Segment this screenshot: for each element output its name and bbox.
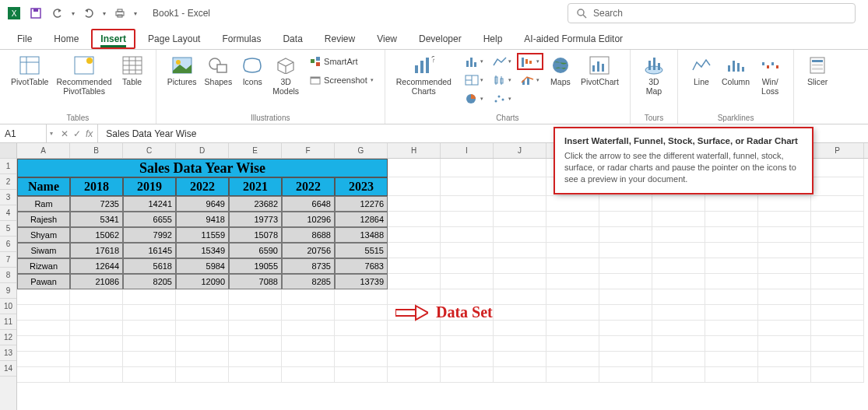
data-cell[interactable]: 9418 — [176, 212, 229, 227]
cell[interactable] — [494, 177, 546, 196]
undo-icon[interactable] — [48, 4, 67, 23]
data-cell[interactable]: 12090 — [176, 274, 229, 289]
cell[interactable] — [441, 196, 494, 212]
cell[interactable] — [546, 227, 599, 243]
cell[interactable] — [599, 336, 652, 352]
spark-column-button[interactable]: Column — [719, 53, 753, 97]
redo-icon[interactable] — [79, 4, 98, 23]
cell[interactable] — [705, 352, 758, 367]
cell[interactable] — [70, 321, 123, 336]
col-header[interactable]: A — [17, 143, 70, 158]
cell[interactable] — [705, 305, 758, 321]
cell[interactable] — [388, 336, 441, 352]
cell[interactable] — [652, 367, 705, 383]
cell[interactable] — [811, 274, 864, 289]
cell[interactable] — [70, 336, 123, 352]
cell[interactable] — [441, 352, 494, 367]
data-cell[interactable]: 7683 — [335, 258, 388, 274]
data-cell[interactable]: Rajesh — [17, 212, 70, 227]
cell[interactable] — [176, 305, 229, 321]
data-header-cell[interactable]: 2019 — [123, 177, 176, 196]
save-icon[interactable] — [26, 4, 45, 23]
data-cell[interactable]: 8735 — [282, 258, 335, 274]
cell[interactable] — [123, 367, 176, 383]
cell[interactable] — [599, 305, 652, 321]
cell[interactable] — [546, 212, 599, 227]
row-header[interactable]: 5 — [0, 221, 16, 237]
cell[interactable] — [176, 352, 229, 367]
cell[interactable] — [599, 212, 652, 227]
data-title-cell[interactable]: Sales Data Year Wise — [17, 159, 388, 177]
tab-formulas[interactable]: Formulas — [213, 29, 270, 49]
data-cell[interactable]: 20756 — [282, 243, 335, 258]
cell[interactable] — [758, 336, 811, 352]
cell[interactable] — [335, 367, 388, 383]
data-cell[interactable]: 23682 — [229, 196, 282, 212]
cell[interactable] — [758, 289, 811, 305]
col-header[interactable]: H — [388, 143, 441, 158]
data-cell[interactable]: 9649 — [176, 196, 229, 212]
cell[interactable] — [494, 258, 546, 274]
line-chart-icon[interactable]: ▾ — [489, 53, 515, 70]
cell[interactable] — [546, 274, 599, 289]
cell[interactable] — [546, 321, 599, 336]
cell[interactable] — [758, 352, 811, 367]
cell[interactable] — [123, 352, 176, 367]
cell[interactable] — [17, 336, 70, 352]
data-cell[interactable]: 5341 — [70, 212, 123, 227]
data-cell[interactable]: Ram — [17, 196, 70, 212]
cell[interactable] — [282, 367, 335, 383]
cell[interactable] — [282, 352, 335, 367]
row-header[interactable]: 3 — [0, 190, 16, 205]
cell[interactable] — [758, 258, 811, 274]
cell[interactable] — [811, 305, 864, 321]
data-cell[interactable]: 11559 — [176, 227, 229, 243]
cell[interactable] — [441, 367, 494, 383]
spark-line-button[interactable]: Line — [686, 53, 717, 97]
cell[interactable] — [229, 336, 282, 352]
col-header[interactable]: G — [335, 143, 388, 158]
select-all-corner[interactable] — [0, 143, 16, 159]
cell[interactable] — [811, 177, 864, 196]
col-header[interactable]: C — [123, 143, 176, 158]
cell[interactable] — [811, 258, 864, 274]
cell[interactable] — [599, 274, 652, 289]
col-header[interactable]: I — [441, 143, 494, 158]
cell[interactable] — [123, 305, 176, 321]
cell[interactable] — [599, 367, 652, 383]
data-cell[interactable]: 15062 — [70, 227, 123, 243]
tab-home[interactable]: Home — [44, 29, 88, 49]
col-header[interactable]: F — [282, 143, 335, 158]
fx-icon[interactable]: fx — [86, 128, 93, 139]
cell[interactable] — [652, 274, 705, 289]
cell[interactable] — [70, 305, 123, 321]
cell[interactable] — [652, 196, 705, 212]
search-box[interactable]: Search — [568, 3, 856, 23]
row-header[interactable]: 4 — [0, 205, 16, 221]
cell[interactable] — [546, 196, 599, 212]
cell[interactable] — [335, 289, 388, 305]
cell[interactable] — [652, 258, 705, 274]
cell[interactable] — [494, 367, 546, 383]
redo-dropdown[interactable]: ▾ — [101, 10, 107, 17]
cell[interactable] — [758, 227, 811, 243]
data-cell[interactable]: 12276 — [335, 196, 388, 212]
namebox-dropdown[interactable]: ▾ — [47, 130, 56, 137]
cell[interactable] — [494, 212, 546, 227]
tab-insert[interactable]: Insert — [91, 29, 135, 49]
rec-pivot-button[interactable]: Recommended PivotTables — [53, 53, 114, 97]
cell[interactable] — [494, 196, 546, 212]
cell[interactable] — [705, 321, 758, 336]
tab-review[interactable]: Review — [315, 29, 364, 49]
cell[interactable] — [652, 243, 705, 258]
cell[interactable] — [388, 367, 441, 383]
col-header[interactable]: D — [176, 143, 229, 158]
print-icon[interactable] — [111, 4, 129, 23]
row-header[interactable]: 11 — [0, 314, 16, 330]
cell[interactable] — [17, 352, 70, 367]
cell[interactable] — [652, 289, 705, 305]
data-cell[interactable]: 6655 — [123, 212, 176, 227]
cell[interactable] — [652, 336, 705, 352]
row-header[interactable]: 2 — [0, 174, 16, 190]
data-cell[interactable]: 10296 — [282, 212, 335, 227]
